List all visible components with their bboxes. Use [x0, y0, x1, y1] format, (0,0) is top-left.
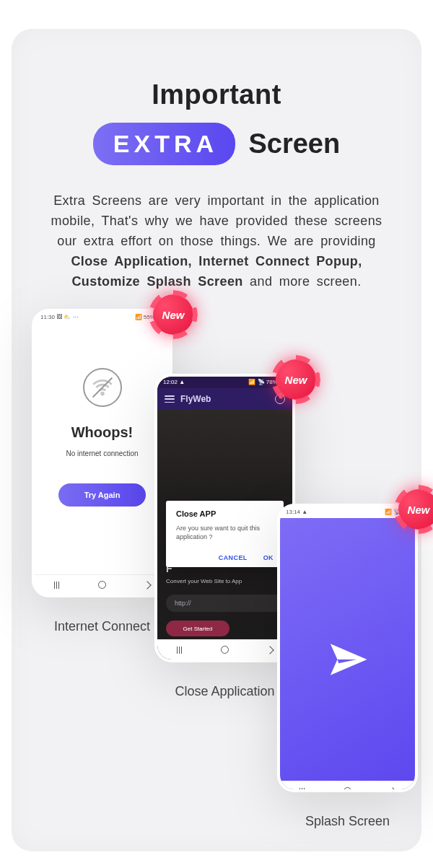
paper-plane-icon	[280, 518, 415, 792]
caption-splash: Splash Screen	[277, 814, 418, 829]
new-badge: New	[276, 359, 316, 400]
extra-pill: EXTRA	[93, 123, 235, 165]
back-icon[interactable]	[144, 581, 152, 589]
no-internet-msg: No internet connection	[66, 450, 138, 457]
caption-close-app: Close Application	[154, 684, 295, 699]
home-icon[interactable]	[98, 581, 106, 589]
status-left: 13:14 ▲	[286, 509, 307, 518]
caption-internet: Internet Connect	[32, 619, 172, 634]
showcase-stage: 11:30 🖼 ⛅ ⋯ 📶 55% 🔋 Whoops! No internet …	[12, 303, 421, 851]
recents-icon[interactable]	[299, 788, 305, 793]
recents-icon[interactable]	[177, 646, 183, 654]
dialog-title: Close APP	[176, 509, 274, 518]
hero-subtitle: Convert your Web Site to App	[166, 578, 242, 584]
home-icon[interactable]	[221, 646, 229, 654]
svg-point-0	[101, 393, 103, 395]
cancel-button[interactable]: CANCEL	[219, 554, 248, 561]
new-badge: New	[153, 294, 193, 335]
back-icon[interactable]	[266, 646, 274, 654]
menu-icon[interactable]	[165, 395, 175, 403]
new-badge: New	[398, 489, 433, 530]
android-navbar[interactable]	[157, 639, 292, 659]
app-bar: FlyWeb	[157, 388, 292, 410]
status-left: 12:02 ▲	[163, 379, 185, 388]
android-navbar[interactable]	[280, 781, 415, 792]
close-app-dialog: Close APP Are you sure want to quit this…	[166, 501, 284, 567]
promo-card: Important EXTRA Screen Extra Screens are…	[12, 29, 421, 851]
heading: Important	[12, 79, 421, 110]
wifi-off-icon	[83, 368, 122, 407]
status-left: 11:30 🖼 ⛅ ⋯	[40, 314, 79, 323]
whoops-title: Whoops!	[71, 424, 134, 441]
screen-word: Screen	[248, 128, 340, 159]
description-post: and more screen.	[243, 274, 362, 289]
app-title: FlyWeb	[180, 394, 211, 404]
subheading: EXTRA Screen	[12, 123, 421, 165]
ok-button[interactable]: OK	[263, 554, 274, 561]
back-icon[interactable]	[389, 787, 397, 792]
android-navbar[interactable]	[35, 574, 170, 595]
dialog-text: Are you sure want to quit this applicati…	[176, 524, 274, 541]
description-pre: Extra Screens are very important in the …	[51, 193, 382, 248]
home-icon[interactable]	[344, 787, 351, 792]
try-again-button[interactable]: Try Again	[58, 483, 146, 507]
description: Extra Screens are very important in the …	[40, 191, 393, 291]
recents-icon[interactable]	[54, 582, 60, 589]
get-started-button[interactable]: Get Started	[166, 621, 229, 636]
url-input[interactable]: http://	[166, 595, 284, 612]
